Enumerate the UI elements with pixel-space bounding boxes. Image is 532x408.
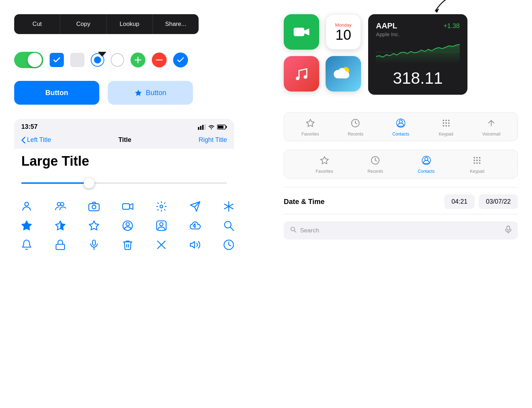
date-pill[interactable]: 03/07/22 [479,194,518,209]
svg-point-75 [474,160,475,161]
tab-contacts[interactable]: Contacts [387,118,415,137]
svg-point-54 [399,120,403,123]
svg-point-13 [57,203,61,206]
svg-line-82 [294,231,296,232]
nav-center-title: Title [118,136,132,144]
person-icon[interactable] [14,201,39,212]
svg-point-79 [476,162,478,164]
svg-point-80 [479,162,481,164]
app-icons-grid: Monday 10 [284,14,361,92]
svg-rect-83 [507,226,510,230]
context-menu-cut[interactable]: Cut [14,14,60,34]
contacts-icon-2 [422,156,431,167]
lock-icon[interactable] [48,239,73,250]
search-icon[interactable] [216,220,241,231]
tab-favorites-2[interactable]: Favorites [310,156,339,174]
svg-rect-42 [294,28,304,36]
clock-icon[interactable] [216,239,241,250]
circle-minus-button[interactable] [152,53,167,67]
svg-point-48 [304,75,307,79]
tab-favorites[interactable]: Favorites [296,118,325,137]
recents-icon [351,118,360,130]
camera-icon[interactable] [82,201,107,212]
checkbox-checked[interactable] [50,53,64,67]
tab-bar-5: Favorites Recents [284,112,518,141]
nav-right-title[interactable]: Right Title [199,136,227,144]
circle-check-button[interactable] [173,53,188,67]
time-pill[interactable]: 04:21 [444,194,475,209]
person-square-icon[interactable] [149,220,174,231]
nav-bar: Left Title Title Right Title [14,133,234,149]
radio-unselected[interactable] [111,53,124,67]
checkbox-unchecked[interactable] [70,53,84,67]
asterisk-icon[interactable] [216,201,241,212]
voicemail-icon [487,118,496,130]
search-mic-icon[interactable] [505,226,511,235]
tab-keypad[interactable]: Keypad [432,118,460,137]
stock-company: Apple Inc. [376,31,460,37]
cloud-upload-icon[interactable] [182,220,207,231]
slider-thumb[interactable] [84,178,94,188]
secondary-button-label: Button [146,89,166,97]
context-menu-lookup[interactable]: Lookup [107,14,153,34]
stock-chart [376,42,460,64]
star-empty-icon[interactable] [82,220,107,231]
music-app-icon[interactable] [284,56,319,92]
context-menu-share[interactable]: Share... [153,14,199,34]
tab-contacts-label: Contacts [392,132,409,137]
svg-point-70 [425,157,428,160]
tab-keypad-2[interactable]: Keypad [463,156,491,174]
secondary-button[interactable]: Button [108,81,193,105]
person-circle-icon[interactable] [115,220,140,231]
svg-rect-6 [202,125,204,130]
nav-back-button[interactable]: Left Title [21,136,51,144]
contacts-icon [396,118,405,130]
context-menu-copy[interactable]: Copy [60,14,106,34]
svg-marker-27 [89,221,99,230]
send-icon[interactable] [182,201,207,212]
search-bar[interactable]: Search [284,221,518,239]
svg-point-19 [160,205,163,208]
video-icon[interactable] [115,201,140,212]
facetime-app-icon[interactable] [284,14,319,50]
svg-point-76 [476,160,478,161]
circle-add-button[interactable] [131,53,145,67]
svg-rect-17 [122,204,129,209]
svg-rect-11 [218,126,223,128]
svg-point-8 [211,128,212,129]
tab-contacts-2[interactable]: Contacts [412,156,440,174]
primary-button[interactable]: Button [14,81,99,105]
trash-icon[interactable] [115,239,140,250]
svg-line-65 [491,120,494,123]
tab-recents-2[interactable]: Recents [361,156,389,174]
svg-marker-18 [129,204,133,209]
tab-voicemail[interactable]: Voicemail [477,118,505,137]
x-icon[interactable] [149,239,174,250]
svg-point-78 [474,162,475,164]
nav-left-title: Left Title [27,136,51,144]
mic-icon[interactable] [82,239,107,250]
speaker-icon[interactable] [182,239,207,250]
bell-icon[interactable] [14,239,39,250]
status-icons [198,124,227,130]
star-filled-icon[interactable] [14,220,39,231]
people-icon[interactable] [48,201,73,212]
weather-app-icon[interactable] [326,56,361,92]
tab-contacts-label-2: Contacts [418,169,434,174]
star-half-icon[interactable] [48,220,73,231]
toggle-thumb [28,53,42,67]
gear-icon[interactable] [149,201,174,212]
calendar-app-icon[interactable]: Monday 10 [326,14,361,50]
toggle-on[interactable] [14,52,43,68]
svg-point-58 [448,120,449,121]
context-menu: Cut Copy Lookup Share... [14,14,199,34]
tab-voicemail-label: Voicemail [482,132,500,137]
search-placeholder[interactable]: Search [300,227,501,234]
keypad-icon-2 [472,156,482,167]
tab-keypad-label-2: Keypad [470,169,484,174]
tab-recents[interactable]: Recents [341,118,370,137]
stock-change: +1.38 [443,22,460,30]
datetime-label: Date & Time [284,198,325,206]
status-time: 13:57 [21,123,38,131]
svg-point-31 [160,222,163,226]
